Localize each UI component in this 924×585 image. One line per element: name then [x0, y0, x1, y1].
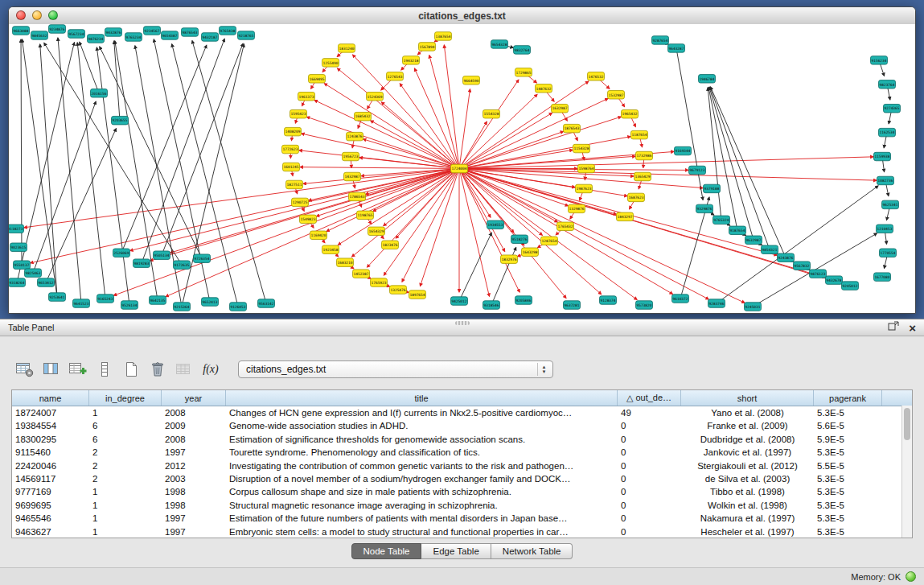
cell-short[interactable]: Wolkin et al. (1998) — [681, 499, 814, 512]
graph-node[interactable]: 9567832 — [794, 262, 811, 270]
cell-in-degree[interactable]: 1 — [89, 512, 162, 525]
graph-node[interactable]: 1687623 — [628, 193, 645, 201]
graph-node[interactable]: 1876543 — [564, 124, 581, 132]
cell-out-de[interactable]: 0 — [618, 485, 681, 498]
cell-short[interactable]: Franke et al. (2009) — [681, 419, 814, 432]
dropdown-stepper-icon[interactable]: ▲▼ — [537, 363, 550, 376]
graph-node[interactable]: 9726354 — [194, 254, 211, 262]
cell-short[interactable]: Dudbridge et al. (2008) — [681, 433, 814, 446]
float-panel-icon[interactable] — [888, 320, 899, 335]
cell-in-degree[interactable]: 6 — [89, 433, 162, 446]
cell-short[interactable]: Yano et al. (2008) — [681, 406, 814, 419]
graph-node[interactable]: 9526134 — [121, 301, 138, 309]
graph-node[interactable]: 1290725 — [292, 198, 309, 206]
cell-out-de[interactable]: 0 — [618, 433, 681, 446]
cell-title[interactable]: Changes of HCN gene expression and I(f) … — [226, 406, 618, 419]
graph-node[interactable]: 1732986 — [636, 151, 653, 159]
graph-node[interactable]: 1169420 — [310, 231, 327, 239]
graph-node[interactable]: 1961373 — [298, 93, 315, 101]
table-row[interactable]: 1456911722003Disruption of a novel membe… — [12, 472, 912, 485]
table-row[interactable]: 2242004622012Investigating the contribut… — [12, 459, 912, 472]
graph-node[interactable]: 9654328 — [491, 40, 508, 48]
function-icon[interactable]: f(x) — [200, 359, 221, 380]
graph-node[interactable]: 9573820 — [636, 301, 653, 309]
cell-year[interactable]: 2003 — [162, 472, 226, 485]
cell-title[interactable]: Tourette syndrome. Phenomenology and cla… — [226, 446, 618, 459]
graph-node[interactable]: 9653412 — [38, 278, 55, 286]
cell-short[interactable]: Stergiakouli et al. (2012) — [681, 459, 814, 472]
graph-node[interactable]: 9234567 — [144, 27, 161, 35]
graph-node[interactable]: 9632987 — [745, 236, 762, 244]
column-header-short[interactable]: short — [681, 390, 814, 406]
graph-node[interactable]: 9245012 — [842, 282, 859, 290]
graph-node[interactable]: 1243876 — [347, 132, 363, 140]
import-table-icon[interactable] — [174, 359, 195, 380]
close-panel-icon[interactable]: × — [909, 322, 916, 334]
cell-pagerank[interactable]: 5.3E-5 — [814, 512, 882, 525]
graph-node[interactable]: 1159938 — [874, 152, 891, 160]
graph-node[interactable]: 1934553 — [487, 220, 504, 229]
graph-node[interactable]: 2016156 — [91, 89, 108, 97]
cell-title[interactable]: Investigating the contribution of common… — [226, 459, 618, 472]
graph-node[interactable]: 9854321 — [762, 245, 778, 253]
table-row[interactable]: 1830029562008Estimation of significance … — [12, 433, 912, 446]
graph-node[interactable]: 9876234 — [88, 35, 105, 43]
tab-network-table[interactable]: Network Table — [491, 543, 573, 559]
column-header-title[interactable]: title — [226, 390, 618, 406]
cell-out-de[interactable]: 49 — [618, 406, 681, 419]
cell-title[interactable]: Genome-wide association studies in ADHD. — [226, 419, 618, 432]
graph-node[interactable]: 1598764 — [578, 164, 595, 172]
graph-node[interactable]: 9329876 — [696, 204, 713, 212]
graph-node[interactable]: 1843297 — [617, 212, 634, 220]
graph-node[interactable]: 9318264 — [9, 278, 26, 286]
scrollbar-thumb[interactable] — [904, 408, 910, 440]
graph-node[interactable]: 9243876 — [778, 253, 795, 262]
graph-node[interactable]: 1683210 — [337, 258, 354, 266]
cell-name[interactable]: 18300295 — [12, 433, 89, 446]
cell-in-degree[interactable]: 1 — [89, 406, 162, 419]
column-header-name[interactable]: name — [12, 390, 89, 406]
graph-node[interactable]: 1476532 — [588, 72, 605, 80]
graph-node[interactable]: 9187654 — [729, 226, 746, 234]
graph-node[interactable]: 1567894 — [419, 43, 436, 51]
cell-title[interactable]: Estimation of the future numbers of pati… — [226, 512, 618, 525]
graph-node[interactable]: 1729865 — [515, 68, 532, 76]
graph-node[interactable]: 1255490 — [322, 59, 339, 67]
graph-node[interactable]: 9550137 — [14, 261, 31, 269]
table-row[interactable]: 946362711997Embryonic stem cells: a mode… — [12, 525, 912, 538]
cell-out-de[interactable]: 0 — [618, 512, 681, 525]
window-close-button[interactable] — [16, 10, 26, 20]
tab-node-table[interactable]: Node Table — [351, 543, 422, 559]
graph-node[interactable]: 9825463 — [25, 269, 42, 277]
cell-short[interactable]: Nakamura et al. (1997) — [681, 512, 814, 525]
network-canvas[interactable]: 1724004183124012554901669495196137315954… — [9, 24, 915, 313]
cell-name[interactable]: 22420046 — [12, 459, 89, 472]
cell-title[interactable]: Structural magnetic resonance image aver… — [226, 499, 618, 512]
graph-node[interactable]: 9765324 — [713, 216, 730, 224]
graph-node[interactable]: 9432187 — [202, 33, 219, 41]
graph-node[interactable]: 9118273 — [9, 225, 24, 233]
graph-node[interactable]: 9218765 — [238, 31, 255, 39]
graph-node[interactable]: 9379188 — [704, 184, 721, 192]
cell-pagerank[interactable]: 5.3E-5 — [814, 446, 882, 459]
cell-pagerank[interactable]: 5.9E-5 — [814, 433, 882, 446]
cell-pagerank[interactable]: 5.6E-5 — [814, 419, 882, 432]
cell-in-degree[interactable]: 1 — [89, 499, 162, 512]
graph-node[interactable]: 9287654 — [652, 36, 669, 44]
cell-out-de[interactable]: 0 — [618, 459, 681, 472]
graph-node[interactable]: 1452387 — [353, 270, 370, 278]
column-header-out-de[interactable]: △ out_de… — [618, 390, 681, 406]
graph-node[interactable]: 9169344 — [675, 146, 692, 154]
graph-node[interactable]: 9563142 — [258, 299, 275, 307]
graph-node[interactable]: 9128374 — [600, 296, 617, 304]
cell-in-degree[interactable]: 2 — [89, 459, 162, 472]
graph-node[interactable]: 1724004 — [451, 164, 468, 172]
graph-node[interactable]: 1786543 — [349, 192, 366, 200]
graph-node[interactable]: 1329876 — [569, 204, 585, 212]
graph-node[interactable]: 1823476 — [382, 241, 399, 249]
graph-node[interactable]: 1943218 — [403, 56, 420, 64]
graph-node[interactable]: 9425012 — [451, 297, 468, 305]
cell-name[interactable]: 9465546 — [12, 512, 89, 525]
graph-node[interactable]: 1677080 — [874, 273, 891, 281]
graph-node[interactable]: 9253641 — [49, 293, 66, 301]
